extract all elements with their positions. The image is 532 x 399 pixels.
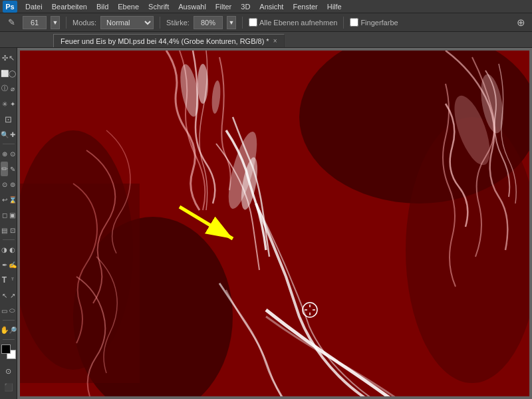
menu-3d[interactable]: 3D (237, 1, 254, 12)
menu-ebene[interactable]: Ebene (114, 1, 143, 12)
tool-art-history[interactable]: ⌛ (9, 192, 16, 207)
brush-cursor (301, 301, 319, 319)
menu-auswahl[interactable]: Auswahl (174, 1, 210, 12)
screen-mode-icon[interactable]: ⬛ (1, 380, 16, 394)
menu-datei[interactable]: Datei (21, 1, 47, 12)
tool-text-horizontal[interactable]: T (1, 273, 8, 287)
tool-brush[interactable]: ✏ (1, 162, 8, 176)
svg-point-7 (198, 64, 208, 104)
svg-line-14 (180, 207, 233, 239)
quick-mask-icon[interactable]: ⊙ (1, 364, 16, 378)
tool-pen[interactable]: ✒ (1, 257, 8, 272)
foreground-color-swatch[interactable] (1, 344, 11, 354)
tool-zoom[interactable]: 🔎 (9, 323, 16, 337)
tool-crop[interactable]: ⊡ (1, 112, 16, 126)
color-swatches[interactable] (1, 344, 16, 359)
modus-label: Modus: (72, 19, 96, 27)
tool-ellipse-shape[interactable]: ⬭ (9, 303, 16, 318)
tool-spot-heal[interactable]: ⊕ (1, 146, 8, 161)
fingerfarbe-checkbox-label[interactable]: Fingerfarbe (350, 18, 398, 27)
artwork-svg (20, 51, 529, 396)
menu-schrift[interactable]: Schrift (144, 1, 173, 12)
toolbar: ✣ ↖ ⬜ ◯ ⓛ ⌀ ✳ ✦ ⊡ 🔍 ✚ ⊕ ⊙ (0, 48, 17, 399)
alle-ebenen-checkbox[interactable] (249, 18, 257, 27)
yellow-arrow-annotation (173, 194, 259, 253)
ps-logo: Ps (3, 1, 17, 13)
fingerfarbe-label-text: Fingerfarbe (360, 19, 398, 27)
tool-text-vertical[interactable]: ᵀ (9, 273, 16, 287)
alle-ebenen-label-text: Alle Ebenen aufnehmen (259, 19, 337, 27)
staerke-input[interactable] (194, 16, 223, 29)
tool-clone-stamp[interactable]: ⊙ (1, 177, 8, 192)
tool-history-brush[interactable]: ↩ (1, 192, 8, 207)
staerke-arrow[interactable]: ▼ (227, 16, 236, 29)
tool-heal[interactable]: ⊙ (9, 146, 16, 161)
brush-tool-icon: ✎ (4, 15, 19, 30)
document-tab[interactable]: Feuer und Eis by MDl.psd bei 44,4% (Grob… (53, 34, 285, 47)
menu-bild[interactable]: Bild (92, 1, 112, 12)
main-layout: ✣ ↖ ⬜ ◯ ⓛ ⌀ ✳ ✦ ⊡ 🔍 ✚ ⊕ ⊙ (0, 48, 532, 399)
ps-canvas (20, 51, 529, 396)
optionsbar: ✎ ▼ Modus: Normal Stärke: ▼ Alle Ebenen … (0, 13, 532, 32)
canvas-area[interactable] (17, 48, 532, 399)
alle-ebenen-checkbox-label[interactable]: Alle Ebenen aufnehmen (249, 18, 337, 27)
tool-lasso[interactable]: ⓛ (1, 81, 8, 96)
tool-rect-shape[interactable]: ▭ (1, 303, 8, 318)
tool-freeform-pen[interactable]: ✍ (9, 257, 16, 272)
tool-direct-select[interactable]: ↗ (9, 288, 16, 303)
menu-bearbeiten[interactable]: Bearbeiten (48, 1, 91, 12)
menu-ansicht[interactable]: Ansicht (255, 1, 287, 12)
tool-gradient[interactable]: ▤ (1, 223, 8, 237)
tool-eyedropper[interactable]: 🔍 (1, 127, 8, 142)
tool-magic-wand[interactable]: ✦ (9, 96, 16, 111)
svg-rect-3 (20, 184, 140, 383)
tool-quick-select[interactable]: ✳ (1, 96, 8, 111)
tool-path-select[interactable]: ↖ (1, 288, 8, 303)
menubar: Ps Datei Bearbeiten Bild Ebene Schrift A… (0, 0, 532, 13)
tool-bg-eraser[interactable]: ▣ (9, 207, 16, 222)
menu-filter[interactable]: Filter (211, 1, 235, 12)
tool-pencil[interactable]: ✎ (9, 162, 16, 176)
menu-fenster[interactable]: Fenster (289, 1, 321, 12)
tool-move[interactable]: ✣ ↖ (1, 51, 16, 65)
tab-close-button[interactable]: × (273, 37, 277, 45)
tool-marquee-ellipse[interactable]: ◯ (9, 66, 16, 80)
tabbar: Feuer und Eis by MDl.psd bei 44,4% (Grob… (0, 32, 532, 48)
tool-paint-bucket[interactable]: ⊡ (9, 223, 16, 237)
tab-title: Feuer und Eis by MDl.psd bei 44,4% (Grob… (61, 37, 269, 45)
staerke-label: Stärke: (166, 19, 190, 27)
tool-dodge[interactable]: ◑ (1, 242, 8, 257)
tool-color-sampler[interactable]: ✚ (9, 127, 16, 142)
brush-size-arrow[interactable]: ▼ (51, 16, 60, 29)
tool-marquee-rect[interactable]: ⬜ (1, 66, 8, 80)
tool-lasso-polygon[interactable]: ⌀ (9, 81, 16, 96)
tool-burn[interactable]: ◐ (9, 242, 16, 257)
tool-pattern-stamp[interactable]: ⊚ (9, 177, 16, 192)
brush-size-input[interactable] (23, 16, 47, 29)
extra-options-icon[interactable]: ⊕ (513, 15, 528, 30)
menu-hilfe[interactable]: Hilfe (323, 1, 346, 12)
tool-eraser[interactable]: ◻ (1, 207, 8, 222)
fingerfarbe-checkbox[interactable] (350, 18, 358, 27)
modus-select[interactable]: Normal (100, 16, 154, 29)
tool-hand[interactable]: ✋ (1, 323, 8, 337)
